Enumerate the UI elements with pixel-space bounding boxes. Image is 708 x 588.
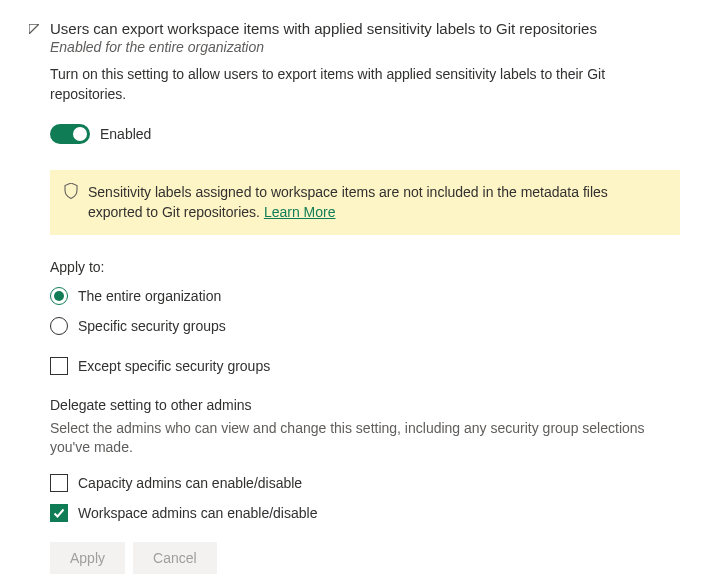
radio-icon	[50, 287, 68, 305]
shield-icon	[64, 183, 78, 223]
checkbox-label: Except specific security groups	[78, 358, 270, 374]
checkbox-label: Workspace admins can enable/disable	[78, 505, 317, 521]
checkbox-label: Capacity admins can enable/disable	[78, 475, 302, 491]
apply-to-label: Apply to:	[50, 259, 680, 275]
checkbox-capacity-admins[interactable]: Capacity admins can enable/disable	[50, 474, 680, 492]
enabled-toggle[interactable]	[50, 124, 90, 144]
radio-entire-org[interactable]: The entire organization	[50, 287, 680, 305]
radio-label: The entire organization	[78, 288, 221, 304]
apply-button[interactable]: Apply	[50, 542, 125, 574]
radio-label: Specific security groups	[78, 318, 226, 334]
checkbox-icon	[50, 474, 68, 492]
collapse-icon[interactable]	[28, 23, 40, 35]
setting-status: Enabled for the entire organization	[50, 39, 680, 55]
delegate-description: Select the admins who can view and chang…	[50, 419, 680, 458]
info-banner: Sensitivity labels assigned to workspace…	[50, 170, 680, 235]
checkbox-except-groups[interactable]: Except specific security groups	[50, 357, 680, 375]
delegate-heading: Delegate setting to other admins	[50, 397, 680, 413]
radio-specific-groups[interactable]: Specific security groups	[50, 317, 680, 335]
checkbox-icon	[50, 357, 68, 375]
cancel-button[interactable]: Cancel	[133, 542, 217, 574]
checkbox-icon	[50, 504, 68, 522]
setting-description: Turn on this setting to allow users to e…	[50, 65, 680, 104]
info-banner-text: Sensitivity labels assigned to workspace…	[88, 182, 666, 223]
radio-icon	[50, 317, 68, 335]
checkbox-workspace-admins[interactable]: Workspace admins can enable/disable	[50, 504, 680, 522]
learn-more-link[interactable]: Learn More	[264, 204, 336, 220]
enabled-toggle-label: Enabled	[100, 126, 151, 142]
setting-title: Users can export workspace items with ap…	[50, 20, 597, 37]
